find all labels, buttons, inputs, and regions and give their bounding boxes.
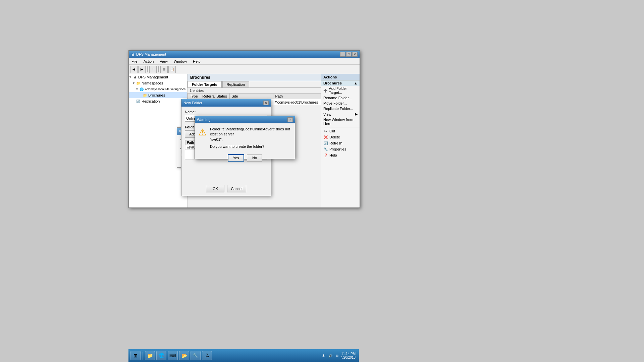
warning-text: Folder "c:\MarketingDocs\OnlineAdvert" d… [210,127,291,149]
tree-brochures[interactable]: 📁 Brochures [129,92,187,98]
warning-no-button[interactable]: No [247,154,262,162]
name-label: Name: [185,110,267,114]
add-folder-target-icon: ➕ [323,88,327,93]
close-button[interactable]: ✕ [352,52,358,57]
toolbar-sep-2 [158,66,159,72]
action-delete-label: Delete [329,135,340,139]
tab-folder-targets[interactable]: Folder Targets [187,81,222,87]
entries-count: 1 entries [187,88,321,93]
tab-replication[interactable]: Replication [222,81,249,87]
action-rename-label: Rename Folder... [323,96,352,100]
new-folder-ok-button[interactable]: OK [206,185,224,192]
dfs-management-icon: 🖥 [132,74,138,80]
taskbar-server[interactable]: 🖧 [202,351,212,360]
action-properties[interactable]: 🔧 Properties [321,146,360,152]
center-panel-header: Brochures [187,74,321,81]
action-delete[interactable]: ❌ Delete [321,134,360,140]
menu-view[interactable]: View [158,59,169,63]
submenu-arrow-icon: ▶ [355,112,358,116]
warning-footer: Yes No [195,153,295,164]
tree-namespace-label: \\Comsys.local\MarketingDocs [145,87,185,91]
warning-line2: "svr01". [210,137,291,142]
replication-icon: 🔄 [136,99,141,104]
action-replicate-folder[interactable]: Replicate Folder... [321,106,360,111]
warning-close-button[interactable]: ✕ [287,117,293,122]
start-button[interactable]: ⊞ [130,351,141,360]
menu-bar: File Action View Window Help [129,58,360,65]
action-move-folder[interactable]: Move Folder... [321,101,360,106]
action-view[interactable]: View ▶ [321,111,360,117]
action-help[interactable]: ❓ Help [321,152,360,158]
new-folder-footer: OK Cancel [181,185,271,192]
action-new-window[interactable]: New Window from Here [321,117,360,126]
new-folder-cancel-button[interactable]: Cancel [227,185,246,192]
menu-window[interactable]: Window [172,59,188,63]
delete-icon: ❌ [323,135,328,139]
menu-file[interactable]: File [130,59,139,63]
tree-namespace-path[interactable]: ▼ 🌐 \\Comsys.local\MarketingDocs [129,86,187,92]
action-refresh[interactable]: 🔄 Refresh [321,140,360,146]
tree-replication[interactable]: 🔄 Replication [129,98,187,104]
new-folder-close-button[interactable]: ✕ [263,101,269,105]
tree-dfs-label: DFS Management [138,75,168,79]
warning-title-bar: Warning ✕ [195,116,295,123]
expand-brochures-icon [139,94,142,97]
forward-button[interactable]: ▶ [138,66,146,73]
tree-brochures-label: Brochures [148,93,165,97]
refresh-icon: 🔄 [323,141,328,145]
col-referral-status: Referral Status [200,94,229,99]
warning-line1: Folder "c:\MarketingDocs\OnlineAdvert" d… [210,127,291,137]
view-button[interactable]: ⊞ [160,66,168,73]
warning-icon: ⚠ [198,127,207,138]
tree-dfs-management[interactable]: ▼ 🖥 DFS Management [129,74,187,80]
clock-time: 11:14 PM [341,352,356,356]
action-new-window-label: New Window from Here [323,118,358,126]
tray-volume-icon: 🔊 [327,353,333,359]
warning-yes-button[interactable]: Yes [228,154,245,162]
title-bar: 🖥 DFS Management _ □ ✕ [129,51,360,58]
action-separator [321,127,360,127]
col-site: Site [229,94,273,99]
restore-button[interactable]: □ [346,52,352,57]
col-type: Type [188,94,200,99]
taskbar-file-explorer[interactable]: 📁 [145,351,155,360]
cut-icon: ✂ [323,129,328,133]
menu-help[interactable]: Help [192,59,202,63]
action-rename-folder[interactable]: Rename Folder... [321,95,360,101]
menu-action[interactable]: Action [142,59,155,63]
app-icon: 🖥 [131,52,135,57]
title-bar-controls: _ □ ✕ [340,52,358,57]
tray-network-icon: 🖧 [321,353,327,359]
minimize-button[interactable]: _ [340,52,345,57]
namespace-icon: 🌐 [139,86,144,92]
properties-icon: 🔧 [323,147,328,152]
console-button[interactable]: 📋 [168,66,176,73]
window-title: DFS Management [136,52,166,56]
taskbar-folder[interactable]: 📂 [179,351,189,360]
taskbar-terminal[interactable]: ⌨ [168,351,178,360]
up-button[interactable]: ↑ [149,66,157,73]
actions-header: Actions [321,74,360,80]
actions-subheader-label: Brochures [323,81,342,85]
clock-date: 4/20/2013 [341,356,356,359]
tree-namespaces[interactable]: ▼ 📁 Namespaces [129,80,187,86]
back-button[interactable]: ◀ [130,66,138,73]
taskbar-tray: 🖧 🔊 🖥 11:14 PM 4/20/2013 [321,352,357,359]
taskbar-tools[interactable]: 🔧 [191,351,201,360]
new-folder-title-bar: New Folder ✕ [181,99,271,107]
action-add-label: Add Folder Target... [329,86,358,95]
collapse-icon[interactable]: ▲ [354,81,358,85]
action-replicate-label: Replicate Folder... [323,107,353,111]
expand-icon: ▼ [129,75,132,79]
brochures-icon: 📁 [142,93,148,98]
action-add-folder-target[interactable]: ➕ Add Folder Target... [321,86,360,95]
warning-body: ⚠ Folder "c:\MarketingDocs\OnlineAdvert"… [195,123,295,153]
taskbar-clock: 11:14 PM 4/20/2013 [341,352,357,359]
action-cut[interactable]: ✂ Cut [321,128,360,134]
warning-dialog: Warning ✕ ⚠ Folder "c:\MarketingDocs\Onl… [195,116,295,159]
taskbar: ⊞ 📁 🌐 ⌨ 📂 🔧 🖧 🖧 🔊 🖥 11:14 PM 4/20/2013 [128,349,359,362]
taskbar-ie[interactable]: 🌐 [156,351,166,360]
toolbar: ◀ ▶ ↑ ⊞ 📋 [129,65,360,74]
tree-replication-label: Replication [142,99,160,103]
expand-repl-icon [132,100,136,103]
